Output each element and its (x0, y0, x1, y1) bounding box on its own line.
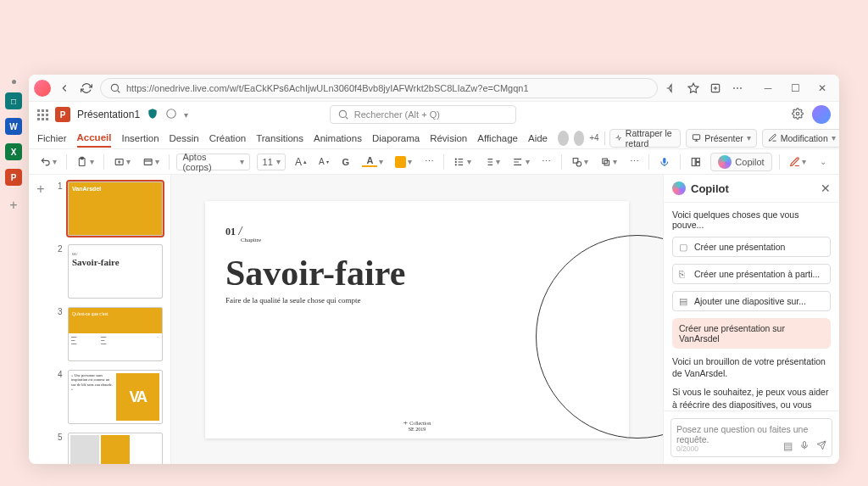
more-icon[interactable]: ⋯ (729, 80, 746, 97)
svg-rect-19 (692, 158, 695, 165)
thumbnail-4-preview: « Une personne sans inspiration est comm… (68, 370, 163, 424)
user-message: Créer une présentation sur VanArsdel (672, 318, 831, 349)
new-slide-icon[interactable]: ▾ (111, 154, 133, 170)
paste-icon[interactable]: ▾ (74, 154, 96, 170)
read-aloud-icon[interactable] (663, 80, 680, 97)
os-app-dock: □ W X P + (0, 75, 27, 213)
editing-pencil-icon[interactable]: ▾ (787, 154, 809, 170)
browser-titlebar: https://onedrive.live.com/w/t/EaCkKPs6Ac… (29, 75, 839, 102)
back-icon[interactable] (56, 80, 73, 97)
close-button[interactable]: ✕ (810, 80, 834, 97)
search-icon (109, 82, 121, 94)
collections-icon[interactable] (707, 80, 724, 97)
maximize-button[interactable]: ☐ (783, 80, 807, 97)
thumbnail-5[interactable]: 5 (58, 433, 165, 464)
thumbnail-5-preview (68, 433, 163, 464)
user-avatar[interactable] (812, 105, 831, 124)
dock-app-powerpoint[interactable]: P (5, 169, 22, 186)
dictate-icon[interactable] (656, 154, 673, 170)
refresh-icon[interactable] (78, 80, 95, 97)
thumbnail-2-preview: 01/Savoir-faire (68, 244, 163, 299)
send-icon[interactable] (816, 440, 826, 453)
tab-aide[interactable]: Aide (528, 130, 548, 147)
add-slide-icon[interactable]: + (36, 182, 44, 464)
align-icon[interactable]: ▾ (509, 154, 531, 170)
bold-icon[interactable]: G (338, 154, 353, 170)
suggestion-create-presentation[interactable]: ▢Créer une présentation (672, 237, 831, 257)
browser-window: https://onedrive.live.com/w/t/EaCkKPs6Ac… (29, 75, 839, 464)
thumbnail-2[interactable]: 2 01/Savoir-faire (58, 244, 165, 299)
presence-avatar-1[interactable] (558, 131, 569, 146)
thumbnail-1[interactable]: 1 VanArsdel (58, 182, 165, 236)
tab-revision[interactable]: Révision (430, 130, 467, 147)
layout-icon[interactable]: ▾ (140, 154, 162, 170)
ribbon-expand-icon[interactable]: ⌄ (815, 154, 831, 170)
dock-add-icon[interactable]: + (9, 198, 17, 213)
thumbnail-1-preview: VanArsdel (68, 182, 163, 236)
svg-point-15 (576, 161, 581, 166)
dock-app-teams[interactable]: □ (5, 92, 22, 109)
shapes-icon[interactable]: ▾ (569, 154, 591, 170)
tab-animations[interactable]: Animations (314, 130, 362, 147)
font-family-selector[interactable]: Aptos (corps)▾ (176, 154, 249, 170)
ai-message-2: Si vous le souhaitez, je peux vous aider… (672, 386, 831, 411)
thumbnail-3[interactable]: 3 Qu'est-ce que c'est━━━━━━━━━━━━━━━━→ (58, 307, 165, 361)
presence-count[interactable]: +4 (589, 133, 598, 142)
numbering-icon[interactable]: ▾ (481, 154, 503, 170)
tab-diaporama[interactable]: Diaporama (372, 130, 420, 147)
tab-dessin[interactable]: Dessin (170, 130, 199, 147)
minimize-button[interactable]: ─ (756, 80, 780, 97)
settings-icon[interactable] (792, 108, 804, 122)
bullets-icon[interactable]: ▾ (451, 154, 473, 170)
tab-affichage[interactable]: Affichage (477, 130, 518, 147)
copilot-ribbon-button[interactable]: Copilot (710, 153, 771, 171)
favorites-icon[interactable] (685, 80, 702, 97)
font-color-icon[interactable]: A▾ (360, 154, 386, 170)
undo-icon[interactable]: ▾ (37, 154, 59, 170)
tab-transitions[interactable]: Transitions (256, 130, 303, 147)
presence-avatar-2[interactable] (574, 131, 585, 146)
thumbnail-4[interactable]: 4 « Une personne sans inspiration est co… (58, 370, 165, 424)
mic-icon[interactable] (799, 440, 810, 453)
search-box[interactable]: Rechercher (Alt + Q) (330, 105, 516, 124)
sensitivity-icon[interactable] (147, 108, 159, 122)
slide-add-icon: ▤ (679, 296, 689, 306)
slide-canvas-area: 01 / Chapitre Savoir-faire Faire de la q… (171, 175, 663, 464)
copilot-header: Copilot ✕ (664, 175, 839, 203)
increase-font-icon[interactable]: A▴ (292, 154, 309, 170)
svg-rect-21 (696, 162, 699, 165)
chevron-down-icon[interactable]: ▾ (184, 110, 188, 120)
catchup-button[interactable]: Rattraper le retard (609, 129, 681, 148)
para-more-icon[interactable]: ⋯ (539, 154, 554, 170)
prompt-guide-icon[interactable]: ▤ (783, 440, 793, 453)
current-slide[interactable]: 01 / Chapitre Savoir-faire Faire de la q… (205, 201, 629, 439)
document-title[interactable]: Présentation1 (77, 109, 140, 120)
close-panel-icon[interactable]: ✕ (821, 182, 831, 195)
profile-avatar[interactable] (34, 80, 51, 97)
copilot-input[interactable]: Posez une question ou faites une requête… (670, 418, 832, 457)
copilot-logo-icon (672, 182, 686, 195)
tab-insertion[interactable]: Insertion (121, 130, 159, 147)
present-button[interactable]: Présenter▾ (686, 129, 757, 148)
drawing-more-icon[interactable]: ⋯ (626, 154, 642, 170)
tab-fichier[interactable]: Fichier (37, 130, 67, 147)
designer-icon[interactable] (687, 154, 704, 170)
font-size-selector[interactable]: 11▾ (257, 154, 287, 170)
svg-point-12 (456, 161, 457, 162)
dock-app-word[interactable]: W (5, 118, 22, 135)
highlight-icon[interactable]: ▾ (392, 154, 415, 170)
address-bar[interactable]: https://onedrive.live.com/w/t/EaCkKPs6Ac… (100, 78, 658, 98)
arrange-icon[interactable]: ▾ (598, 154, 620, 170)
font-more-icon[interactable]: ⋯ (421, 154, 437, 170)
tab-accueil[interactable]: Accueil (77, 129, 112, 148)
tab-creation[interactable]: Création (209, 130, 246, 147)
url-text: https://onedrive.live.com/w/t/EaCkKPs6Ac… (126, 83, 529, 93)
suggestion-create-from[interactable]: ⎘Créer une présentation à parti... (672, 264, 831, 284)
svg-rect-20 (696, 158, 699, 161)
decrease-font-icon[interactable]: A▾ (316, 154, 331, 170)
app-launcher-icon[interactable] (37, 109, 48, 120)
suggestion-add-slide[interactable]: ▤Ajouter une diapositive sur... (672, 291, 831, 311)
search-placeholder: Rechercher (Alt + Q) (354, 109, 440, 120)
dock-app-excel[interactable]: X (5, 143, 22, 160)
editing-mode-button[interactable]: Modification▾ (762, 129, 839, 148)
